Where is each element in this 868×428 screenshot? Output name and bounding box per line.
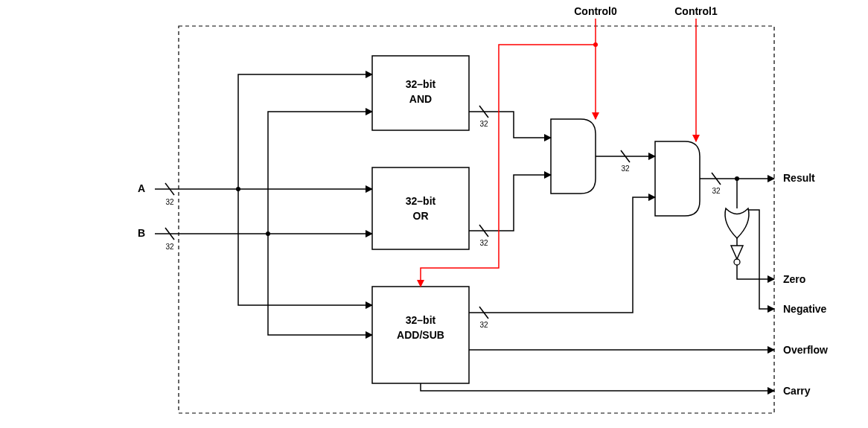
input-b-label: B: [138, 227, 145, 239]
wire-zero: [737, 265, 774, 279]
output-overflow-label: Overflow: [783, 344, 828, 356]
addsub-block-l1: 32–bit: [406, 314, 436, 326]
wire-negative: [748, 210, 774, 309]
and-block-l1: 32–bit: [406, 78, 436, 90]
input-a-label: A: [138, 182, 145, 194]
bus-width-result: 32: [712, 187, 721, 195]
bus-width-a: 32: [165, 198, 174, 206]
wire-addsub-out: [469, 197, 655, 313]
or-gate-icon: [725, 208, 749, 238]
bus-width-mux0: 32: [621, 165, 630, 173]
addsub-block-l2: ADD/SUB: [397, 329, 444, 341]
wire-a-to-addsub: [238, 189, 372, 305]
control0-label: Control0: [574, 5, 617, 17]
output-zero-label: Zero: [783, 273, 805, 285]
or-block-l2: OR: [413, 210, 429, 222]
bus-width-or: 32: [479, 239, 488, 247]
or-block-l1: 32–bit: [406, 195, 436, 207]
bus-width-addsub: 32: [479, 321, 488, 329]
control1-label: Control1: [674, 5, 718, 17]
output-negative-label: Negative: [783, 303, 827, 315]
output-result-label: Result: [783, 172, 815, 184]
mux0: [551, 119, 596, 194]
wire-carry: [421, 383, 774, 391]
or-block: [372, 167, 469, 249]
mux1: [655, 141, 700, 216]
and-block-l2: AND: [409, 93, 432, 105]
wire-or-out: [469, 175, 551, 231]
wire-b-to-and: [268, 112, 372, 234]
not-bubble-icon: [734, 259, 740, 265]
wire-b-to-addsub: [268, 234, 372, 335]
not-gate-icon: [731, 246, 743, 259]
wire-a-to-and: [238, 74, 372, 189]
alu-diagram: A B 32 32 32–bit AND 32–bit OR 32–bit AD…: [0, 0, 868, 428]
bus-width-and: 32: [479, 120, 488, 128]
bus-width-b: 32: [165, 243, 174, 251]
junction-dot-red: [593, 42, 598, 47]
output-carry-label: Carry: [783, 385, 811, 397]
